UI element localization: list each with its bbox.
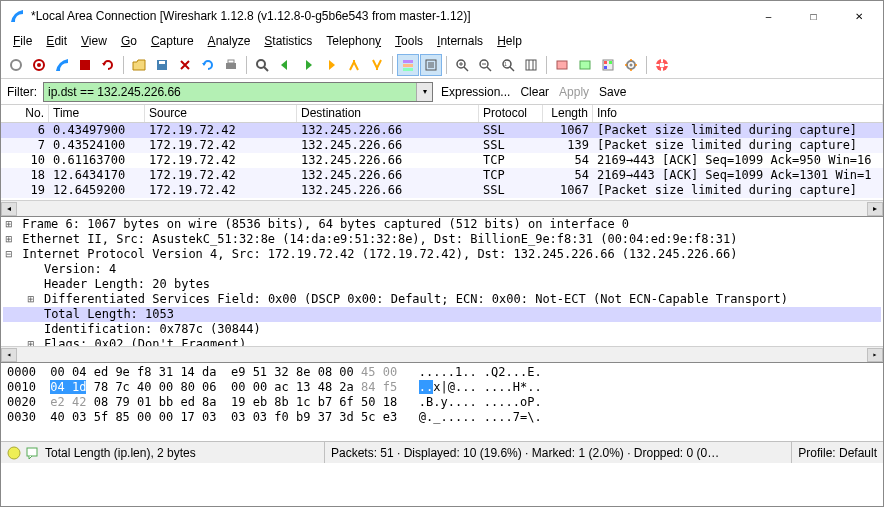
menu-statistics[interactable]: Statistics [258, 33, 318, 49]
menu-view[interactable]: View [75, 33, 113, 49]
packet-bytes-pane[interactable]: 0000 00 04 ed 9e f8 31 14 da e9 51 32 8e… [1, 363, 883, 441]
col-info[interactable]: Info [593, 105, 883, 122]
details-scrollbar[interactable]: ◂ ▸ [1, 346, 883, 362]
find-icon[interactable] [251, 54, 273, 76]
packet-list-scrollbar[interactable]: ◂ ▸ [1, 200, 883, 216]
tree-row[interactable]: ⊞ Frame 6: 1067 bytes on wire (8536 bits… [3, 217, 881, 232]
menu-internals[interactable]: Internals [431, 33, 489, 49]
packet-row[interactable]: 1912.6459200172.19.72.42132.245.226.66SS… [1, 183, 883, 198]
menu-telephony[interactable]: Telephony [320, 33, 387, 49]
svg-rect-12 [403, 68, 413, 71]
col-no[interactable]: No. [1, 105, 49, 122]
go-first-icon[interactable] [343, 54, 365, 76]
filter-dropdown-icon[interactable]: ▾ [416, 83, 432, 101]
hex-row[interactable]: 0000 00 04 ed 9e f8 31 14 da e9 51 32 8e… [7, 365, 877, 380]
auto-scroll-icon[interactable] [420, 54, 442, 76]
help-icon[interactable] [651, 54, 673, 76]
filter-save-button[interactable]: Save [597, 85, 628, 99]
packet-row[interactable]: 60.43497900172.19.72.42132.245.226.66SSL… [1, 123, 883, 138]
edit-comment-icon[interactable] [25, 446, 39, 460]
colorize-icon[interactable] [397, 54, 419, 76]
col-length[interactable]: Length [543, 105, 593, 122]
status-profile[interactable]: Profile: Default [792, 442, 883, 463]
menu-go[interactable]: Go [115, 33, 143, 49]
col-time[interactable]: Time [49, 105, 145, 122]
reload-icon[interactable] [197, 54, 219, 76]
resize-columns-icon[interactable] [520, 54, 542, 76]
title-bar: *Local Area Connection [Wireshark 1.12.8… [1, 1, 883, 31]
status-counts: Packets: 51 · Displayed: 10 (19.6%) · Ma… [325, 442, 792, 463]
start-capture-icon[interactable] [51, 54, 73, 76]
packet-row[interactable]: 100.61163700172.19.72.42132.245.226.66TC… [1, 153, 883, 168]
hex-row[interactable]: 0030 40 03 5f 85 00 00 17 03 03 03 f0 b9… [7, 410, 877, 425]
svg-point-0 [11, 60, 21, 70]
menu-edit[interactable]: Edit [40, 33, 73, 49]
restart-capture-icon[interactable] [97, 54, 119, 76]
options-icon[interactable] [28, 54, 50, 76]
stop-capture-icon[interactable] [74, 54, 96, 76]
tree-row[interactable]: ⊟ Internet Protocol Version 4, Src: 172.… [3, 247, 881, 262]
menu-help[interactable]: Help [491, 33, 528, 49]
zoom-out-icon[interactable] [474, 54, 496, 76]
capture-filters-icon[interactable] [551, 54, 573, 76]
expert-info-icon[interactable] [7, 446, 21, 460]
svg-rect-31 [609, 61, 612, 64]
tree-toggle-icon[interactable]: ⊞ [3, 232, 15, 247]
tree-toggle-icon[interactable]: ⊞ [25, 337, 37, 346]
maximize-button[interactable]: □ [791, 2, 836, 30]
svg-rect-32 [604, 66, 607, 69]
zoom-in-icon[interactable] [451, 54, 473, 76]
tree-row[interactable]: Identification: 0x787c (30844) [3, 322, 881, 337]
go-back-icon[interactable] [274, 54, 296, 76]
packet-list-header[interactable]: No. Time Source Destination Protocol Len… [1, 105, 883, 123]
open-file-icon[interactable] [128, 54, 150, 76]
menu-tools[interactable]: Tools [389, 33, 429, 49]
menu-file[interactable]: File [7, 33, 38, 49]
zoom-100-icon[interactable]: 1 [497, 54, 519, 76]
filter-label: Filter: [7, 85, 37, 99]
go-last-icon[interactable] [366, 54, 388, 76]
coloring-rules-icon[interactable] [597, 54, 619, 76]
tree-row[interactable]: Header Length: 20 bytes [3, 277, 881, 292]
display-filters-icon[interactable] [574, 54, 596, 76]
packet-row[interactable]: 70.43524100172.19.72.42132.245.226.66SSL… [1, 138, 883, 153]
filter-clear-button[interactable]: Clear [518, 85, 551, 99]
tree-toggle-icon[interactable]: ⊟ [3, 247, 15, 262]
menu-analyze[interactable]: Analyze [202, 33, 257, 49]
menu-capture[interactable]: Capture [145, 33, 200, 49]
filter-expression-button[interactable]: Expression... [439, 85, 512, 99]
tree-row[interactable]: Version: 4 [3, 262, 881, 277]
tree-toggle-icon[interactable]: ⊞ [3, 217, 15, 232]
print-icon[interactable] [220, 54, 242, 76]
svg-point-40 [660, 62, 665, 67]
tree-row[interactable]: ⊞ Ethernet II, Src: AsustekC_51:32:8e (1… [3, 232, 881, 247]
packet-row[interactable]: 1812.6434170172.19.72.42132.245.226.66TC… [1, 168, 883, 183]
col-destination[interactable]: Destination [297, 105, 479, 122]
svg-rect-5 [159, 61, 165, 64]
save-file-icon[interactable] [151, 54, 173, 76]
close-file-icon[interactable] [174, 54, 196, 76]
tree-row[interactable]: ⊞ Flags: 0x02 (Don't Fragment) [3, 337, 881, 346]
hex-row[interactable]: 0020 e2 42 08 79 01 bb ed 8a 19 eb 8b 1c… [7, 395, 877, 410]
col-source[interactable]: Source [145, 105, 297, 122]
packet-details-tree[interactable]: ⊞ Frame 6: 1067 bytes on wire (8536 bits… [1, 217, 883, 346]
go-to-packet-icon[interactable] [320, 54, 342, 76]
col-protocol[interactable]: Protocol [479, 105, 543, 122]
tree-row[interactable]: Total Length: 1053 [3, 307, 881, 322]
preferences-icon[interactable] [620, 54, 642, 76]
packet-list-body[interactable]: 60.43497900172.19.72.42132.245.226.66SSL… [1, 123, 883, 200]
filter-input[interactable] [44, 85, 416, 99]
svg-point-34 [630, 63, 633, 66]
tree-toggle-icon[interactable]: ⊞ [25, 292, 37, 307]
scroll-right-icon[interactable]: ▸ [867, 202, 883, 216]
filter-apply-button[interactable]: Apply [557, 85, 591, 99]
scroll-left-icon[interactable]: ◂ [1, 348, 17, 362]
minimize-button[interactable]: – [746, 2, 791, 30]
tree-row[interactable]: ⊞ Differentiated Services Field: 0x00 (D… [3, 292, 881, 307]
go-forward-icon[interactable] [297, 54, 319, 76]
hex-row[interactable]: 0010 04 1d 78 7c 40 00 80 06 00 00 ac 13… [7, 380, 877, 395]
scroll-left-icon[interactable]: ◂ [1, 202, 17, 216]
scroll-right-icon[interactable]: ▸ [867, 348, 883, 362]
interfaces-icon[interactable] [5, 54, 27, 76]
close-button[interactable]: ✕ [836, 2, 881, 30]
